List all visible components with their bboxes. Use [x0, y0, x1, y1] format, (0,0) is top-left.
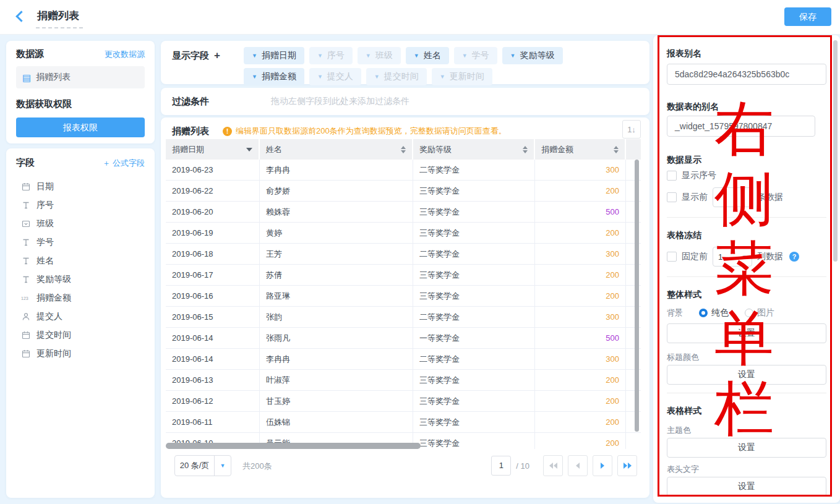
show-first-checkbox[interactable]: [667, 192, 677, 202]
field-item[interactable]: 姓名: [16, 252, 145, 270]
settings-panel: 报表别名 5dac8d29e4a264325b563b0c 数据表的别名 _wi…: [653, 35, 840, 503]
cell-amount: 200: [535, 181, 626, 202]
show-index-checkbox[interactable]: [667, 171, 677, 181]
cell-grade: 二等奖学金: [413, 349, 535, 370]
formula-field-link[interactable]: ＋ 公式字段: [102, 158, 145, 169]
chevron-down-icon: ▼: [214, 456, 231, 476]
table-row: 2019-06-14 李冉冉 二等奖学金 300: [166, 349, 641, 370]
solid-color-radio[interactable]: 纯色: [699, 307, 729, 318]
theme-color-set-button[interactable]: 设置: [667, 438, 826, 458]
display-field-chip[interactable]: ▼ 更新时间: [432, 68, 492, 85]
cell-grade: 二等奖学金: [413, 160, 535, 181]
show-index-row: 显示序号: [667, 170, 826, 181]
image-radio[interactable]: 图片: [745, 307, 774, 318]
chevron-down-icon: ▼: [510, 53, 516, 59]
add-display-field-icon[interactable]: +: [214, 49, 220, 62]
background-row: 背景 纯色 图片: [667, 307, 826, 318]
cell-amount: 500: [535, 202, 626, 223]
table-row: 2019-06-15 张韵 二等奖学金 300: [166, 307, 641, 328]
sort-desc-caret-icon: [246, 148, 252, 152]
datasource-item[interactable]: ▤ 捐赠列表: [16, 66, 145, 88]
horizontal-scrollbar[interactable]: [166, 443, 641, 449]
text-icon: [21, 275, 31, 284]
table-alias-input[interactable]: _widget_1579597800847: [667, 116, 815, 137]
help-icon[interactable]: ?: [789, 252, 799, 262]
display-field-chip[interactable]: ▼ 提交人: [309, 68, 361, 85]
display-field-chip[interactable]: ▼ 奖励等级: [502, 47, 563, 64]
freeze-row: 固定前 1▼ 列数据 ?: [667, 247, 826, 267]
next-page-button[interactable]: [593, 455, 612, 476]
datasource-title: 数据源: [16, 48, 44, 60]
calendar-icon: [21, 330, 31, 340]
panel-scrollbar[interactable]: [833, 40, 838, 262]
title-color-set-button[interactable]: 设置: [667, 365, 826, 385]
filter-drop-placeholder[interactable]: 拖动左侧字段到此处来添加过滤条件: [271, 96, 409, 107]
field-item[interactable]: 更新时间: [16, 344, 145, 363]
fields-card: 字段 ＋ 公式字段 日期 序号 班级 学号 姓名 奖励等级 123 捐赠金额 提…: [6, 148, 155, 498]
cell-amount: 200: [535, 391, 626, 412]
first-page-button[interactable]: [543, 455, 563, 476]
freeze-title: 表格冻结: [667, 229, 826, 241]
change-datasource-link[interactable]: 更改数据源: [105, 49, 145, 60]
freeze-checkbox[interactable]: [667, 252, 677, 262]
display-field-chip[interactable]: ▼ 提交时间: [366, 68, 427, 85]
data-table: 捐赠日期 姓名 奖励等级 捐赠金额 2019-06-23 李冉冉 二等奖学金 3…: [166, 139, 641, 449]
cell-date: 2019-06-22: [166, 181, 260, 202]
header-text-set-button[interactable]: 设置: [667, 477, 826, 497]
freeze-count-select[interactable]: 1▼: [713, 247, 752, 267]
display-field-chip[interactable]: ▼ 序号: [309, 47, 353, 64]
column-header-grade[interactable]: 奖励等级: [413, 139, 535, 160]
field-item[interactable]: 日期: [16, 177, 145, 196]
svg-text:123: 123: [21, 296, 28, 301]
table-body: 2019-06-23 李冉冉 二等奖学金 300 2019-06-22 俞梦娇 …: [166, 160, 641, 449]
calendar-icon: [21, 349, 31, 359]
sort-order-button[interactable]: 1↓: [622, 120, 641, 139]
cell-amount: 200: [535, 370, 626, 391]
divider: [667, 217, 826, 218]
save-button[interactable]: 保存: [784, 7, 831, 26]
field-item[interactable]: 奖励等级: [16, 270, 145, 289]
chevron-down-icon: ▼: [317, 53, 323, 59]
field-item[interactable]: 班级: [16, 215, 145, 233]
background-set-button[interactable]: 设置: [667, 323, 826, 343]
page-size-select[interactable]: 20 条/页 ▼: [174, 455, 231, 476]
vertical-scrollbar[interactable]: [635, 160, 639, 432]
field-item[interactable]: 学号: [16, 233, 145, 252]
cell-name: 李冉冉: [260, 160, 413, 181]
display-field-chip[interactable]: ▼ 姓名: [406, 47, 449, 64]
chevron-down-icon: ▼: [374, 74, 380, 80]
field-item[interactable]: 123 捐赠金额: [16, 289, 145, 307]
display-field-chip[interactable]: ▼ 捐赠金额: [244, 68, 304, 85]
report-alias-input[interactable]: 5dac8d29e4a264325b563b0c: [667, 64, 826, 85]
display-field-chip[interactable]: ▼ 班级: [358, 47, 401, 64]
column-header-amount[interactable]: 捐赠金额: [535, 139, 626, 160]
cell-grade: 三等奖学金: [413, 370, 535, 391]
back-icon[interactable]: [17, 12, 25, 20]
table-card: 捐赠列表 ! 编辑界面只取数据源前200条作为查询数据预览，完整数据请访问页面查…: [161, 117, 649, 498]
text-icon: [21, 237, 31, 247]
number-icon: 123: [21, 293, 31, 303]
prev-page-button[interactable]: [568, 455, 588, 476]
field-item[interactable]: 提交时间: [16, 326, 145, 344]
divider: [667, 276, 826, 277]
table-alias-label: 数据表的别名: [667, 101, 826, 112]
top-bar: 捐赠列表 保存: [0, 0, 840, 35]
sort-updown-icon: [614, 146, 619, 153]
field-item[interactable]: 提交人: [16, 307, 145, 326]
datasource-item-label: 捐赠列表: [36, 72, 71, 83]
cell-name: 黄婷: [260, 223, 413, 244]
report-permission-button[interactable]: 报表权限: [16, 117, 145, 137]
display-field-chip[interactable]: ▼ 捐赠日期: [244, 47, 304, 64]
cell-grade: 三等奖学金: [413, 181, 535, 202]
show-first-count-input[interactable]: [713, 187, 752, 207]
display-field-chip[interactable]: ▼ 学号: [454, 47, 497, 64]
cell-date: 2019-06-14: [166, 349, 260, 370]
column-header-date[interactable]: 捐赠日期: [166, 139, 260, 160]
page-number-input[interactable]: 1: [491, 456, 511, 476]
table-row: 2019-06-14 张雨凡 一等奖学金 500: [166, 328, 641, 349]
last-page-button[interactable]: [617, 455, 637, 476]
field-item[interactable]: 序号: [16, 196, 145, 215]
cell-grade: 二等奖学金: [413, 307, 535, 328]
column-header-name[interactable]: 姓名: [260, 139, 413, 160]
cell-amount: 200: [535, 265, 626, 286]
